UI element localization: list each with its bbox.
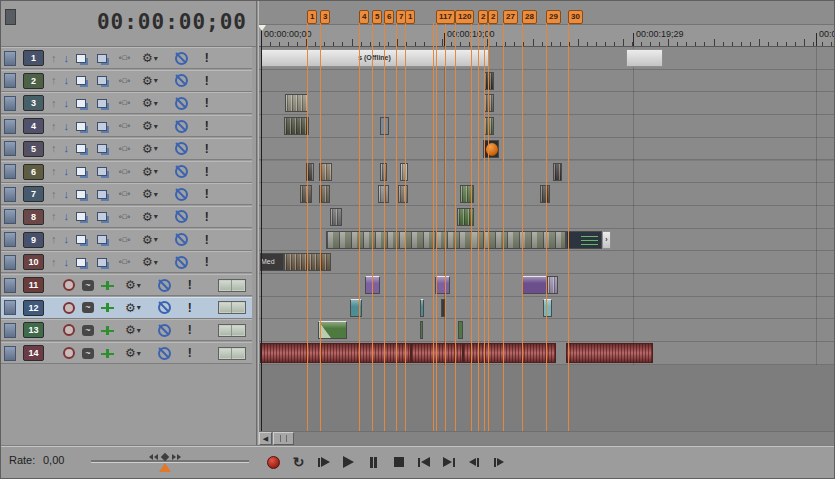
mute-icon[interactable] bbox=[175, 188, 188, 201]
track-number-badge[interactable]: 6 bbox=[23, 164, 44, 180]
composite-mode-icon[interactable] bbox=[97, 258, 107, 267]
marker-tag[interactable]: 2 bbox=[488, 10, 498, 24]
clip-track-14[interactable] bbox=[463, 343, 556, 363]
marker-tag[interactable]: 5 bbox=[372, 10, 382, 24]
mute-icon[interactable] bbox=[158, 279, 171, 292]
track-motion-icon[interactable] bbox=[76, 54, 86, 63]
scroll-thumb[interactable] bbox=[273, 432, 294, 445]
track-fx-gear-icon[interactable]: ⚙▾ bbox=[142, 143, 158, 155]
clip-track-6[interactable] bbox=[400, 163, 408, 181]
track-fx-gear-icon[interactable]: ⚙▾ bbox=[125, 302, 141, 314]
transport-stop-button[interactable] bbox=[388, 452, 409, 472]
composite-child-icon[interactable]: ↓ bbox=[64, 53, 70, 64]
composite-child-icon[interactable]: ↓ bbox=[64, 211, 70, 222]
track-number-badge[interactable]: 13 bbox=[23, 322, 44, 338]
track-fx-gear-icon[interactable]: ⚙▾ bbox=[142, 166, 158, 178]
track-number-badge[interactable]: 2 bbox=[23, 73, 44, 89]
clip-track-9[interactable] bbox=[566, 231, 602, 249]
track-header-13[interactable]: 13~⚙▾! bbox=[1, 319, 252, 341]
marker-bar[interactable]: 13456711171202227282930 bbox=[259, 1, 835, 25]
track-header-5[interactable]: 5↑↓∘□∘⚙▾! bbox=[1, 138, 252, 160]
composite-mode-icon[interactable] bbox=[97, 76, 107, 85]
track-lane-4[interactable] bbox=[259, 115, 835, 138]
track-header-4[interactable]: 4↑↓∘□∘⚙▾! bbox=[1, 115, 252, 137]
clip-track-6[interactable] bbox=[553, 163, 562, 181]
marker-tag[interactable]: 1 bbox=[307, 10, 317, 24]
clip-track-11[interactable] bbox=[522, 276, 547, 294]
automation-icon[interactable]: ∘□∘ bbox=[118, 168, 131, 176]
composite-parent-icon[interactable]: ↑ bbox=[51, 234, 57, 245]
track-fx-gear-icon[interactable]: ⚙▾ bbox=[142, 52, 158, 64]
composite-parent-icon[interactable]: ↑ bbox=[51, 121, 57, 132]
track-motion-icon[interactable] bbox=[76, 122, 86, 131]
track-fx-gear-icon[interactable]: ⚙▾ bbox=[142, 188, 158, 200]
clip-track-12[interactable] bbox=[350, 299, 362, 317]
track-number-badge[interactable]: 9 bbox=[23, 232, 44, 248]
track-header-11[interactable]: 11~⚙▾! bbox=[1, 274, 252, 296]
mute-icon[interactable] bbox=[175, 233, 188, 246]
composite-parent-icon[interactable]: ↑ bbox=[51, 211, 57, 222]
composite-child-icon[interactable]: ↓ bbox=[64, 166, 70, 177]
track-number-badge[interactable]: 7 bbox=[23, 186, 44, 202]
track-header-7[interactable]: 7↑↓∘□∘⚙▾! bbox=[1, 183, 252, 205]
audio-fx-plug-icon[interactable] bbox=[101, 326, 114, 335]
clip-track-5[interactable] bbox=[483, 140, 499, 158]
track-number-badge[interactable]: 3 bbox=[23, 95, 44, 111]
automation-icon[interactable]: ∘□∘ bbox=[118, 99, 131, 107]
phase-invert-icon[interactable]: ~ bbox=[82, 280, 94, 291]
mute-icon[interactable] bbox=[175, 97, 188, 110]
track-number-badge[interactable]: 5 bbox=[23, 141, 44, 157]
track-lane-2[interactable] bbox=[259, 70, 835, 93]
track-fx-gear-icon[interactable]: ⚙▾ bbox=[142, 97, 158, 109]
mute-icon[interactable] bbox=[158, 301, 171, 314]
solo-icon[interactable]: ! bbox=[205, 51, 209, 65]
clip-track-14[interactable] bbox=[260, 343, 411, 363]
timeline-lanes[interactable]: s (Offline)›Med bbox=[259, 47, 835, 431]
solo-icon[interactable]: ! bbox=[188, 323, 192, 337]
clip-track-2[interactable] bbox=[484, 72, 494, 90]
track-fx-gear-icon[interactable]: ⚙▾ bbox=[125, 324, 141, 336]
clip-track-3[interactable] bbox=[484, 94, 494, 112]
track-lane-10[interactable] bbox=[259, 251, 835, 274]
automation-icon[interactable]: ∘□∘ bbox=[118, 236, 131, 244]
audio-fx-plug-icon[interactable] bbox=[101, 349, 114, 358]
track-number-badge[interactable]: 4 bbox=[23, 118, 44, 134]
clip-track-7[interactable] bbox=[398, 185, 408, 203]
solo-icon[interactable]: ! bbox=[205, 96, 209, 110]
clip-track-7[interactable] bbox=[300, 185, 312, 203]
track-lane-3[interactable] bbox=[259, 92, 835, 115]
edit-cursor-head-icon[interactable] bbox=[259, 25, 266, 31]
automation-icon[interactable]: ∘□∘ bbox=[118, 145, 131, 153]
clip-track-9[interactable] bbox=[326, 231, 566, 249]
timeline-empty-area[interactable] bbox=[259, 365, 835, 431]
automation-icon[interactable]: ∘□∘ bbox=[118, 213, 131, 221]
track-fx-gear-icon[interactable]: ⚙▾ bbox=[142, 234, 158, 246]
clip-track-12[interactable] bbox=[420, 299, 424, 317]
mute-icon[interactable] bbox=[175, 74, 188, 87]
solo-icon[interactable]: ! bbox=[205, 255, 209, 269]
track-motion-icon[interactable] bbox=[76, 212, 86, 221]
transport-step-back-button[interactable] bbox=[463, 452, 484, 472]
track-motion-icon[interactable] bbox=[76, 76, 86, 85]
mute-icon[interactable] bbox=[158, 324, 171, 337]
composite-child-icon[interactable]: ↓ bbox=[64, 143, 70, 154]
solo-icon[interactable]: ! bbox=[188, 278, 192, 292]
track-number-badge[interactable]: 1 bbox=[23, 50, 44, 66]
transport-step-forward-button[interactable] bbox=[488, 452, 509, 472]
solo-icon[interactable]: ! bbox=[188, 301, 192, 315]
track-number-badge[interactable]: 14 bbox=[23, 345, 44, 361]
track-motion-icon[interactable] bbox=[76, 258, 86, 267]
composite-mode-icon[interactable] bbox=[97, 167, 107, 176]
solo-icon[interactable]: ! bbox=[205, 74, 209, 88]
composite-child-icon[interactable]: ↓ bbox=[64, 234, 70, 245]
mute-icon[interactable] bbox=[175, 120, 188, 133]
mute-icon[interactable] bbox=[175, 165, 188, 178]
marker-tag[interactable]: 1 bbox=[405, 10, 415, 24]
track-motion-icon[interactable] bbox=[76, 144, 86, 153]
marker-tag[interactable]: 2 bbox=[478, 10, 488, 24]
phase-invert-icon[interactable]: ~ bbox=[82, 348, 94, 359]
mute-icon[interactable] bbox=[158, 347, 171, 360]
track-number-badge[interactable]: 8 bbox=[23, 209, 44, 225]
composite-mode-icon[interactable] bbox=[97, 212, 107, 221]
clip-track-14[interactable] bbox=[566, 343, 653, 363]
